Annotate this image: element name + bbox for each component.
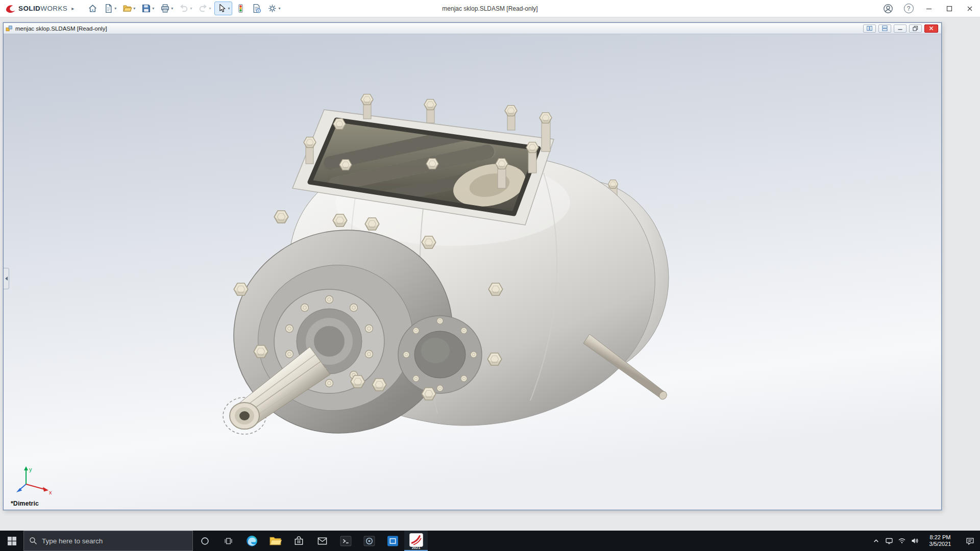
maximize-button[interactable] [939,0,960,17]
dropdown-caret-icon: ▾ [228,6,230,11]
select-button[interactable]: ▾ [214,2,232,15]
options-button[interactable]: ▾ [265,2,283,15]
dassault-systemes-logo-icon [5,4,16,14]
app-button-store[interactable] [287,531,310,551]
undo-icon [179,4,189,13]
tray-volume-button[interactable] [908,531,921,551]
toolbar-expand-arrow[interactable]: ▸ [67,6,78,11]
rebuild-traffic-light-icon [236,4,246,13]
triad-x-label: x [49,489,52,495]
close-button[interactable] [960,0,980,17]
new-document-icon [104,4,113,13]
dropdown-caret-icon: ▾ [190,6,192,11]
app-button-dark-1[interactable] [334,531,357,551]
cortana-button[interactable] [193,531,216,551]
account-button[interactable] [878,0,898,17]
solidworks-app-icon: 2021 [409,533,423,549]
wifi-icon [898,537,906,545]
search-icon [29,537,37,545]
file-explorer-icon [269,535,282,547]
speaker-icon [911,537,919,545]
notification-icon [966,537,974,545]
restore-icon [913,26,918,31]
solidworks-application: SOLIDWORKS ▸ ▾ ▾ ▾ ▾ [0,0,980,551]
save-button[interactable]: ▾ [139,2,157,15]
triad-y-label: y [29,466,32,472]
solidworks-logo: SOLIDWORKS [5,4,67,14]
terminal-app-icon [339,535,352,547]
chevron-up-icon [873,538,879,544]
document-window-controls [863,24,939,33]
redo-button[interactable]: ▾ [195,2,213,15]
file-properties-icon [252,4,261,13]
app-button-dark-2[interactable] [357,531,381,551]
task-view-icon [224,537,233,545]
dropdown-caret-icon: ▾ [209,6,211,11]
document-title: menjac sklop.SLDASM [Read-only] [442,0,537,17]
close-icon [967,6,973,12]
open-button[interactable]: ▾ [120,2,138,15]
orientation-triad: y x [13,465,56,496]
blue-app-icon [386,535,399,547]
close-icon [928,26,934,31]
clock-time: 8:22 PM [930,534,951,541]
document-window-titlebar[interactable]: menjac sklop.SLDASM [Read-only] [4,23,941,34]
tile-vertical-button[interactable] [863,24,876,33]
tray-chevron-button[interactable] [870,531,883,551]
dropdown-caret-icon: ▾ [278,6,280,11]
expand-arrow-icon: ▸ [71,6,74,11]
app-button-file-explorer[interactable] [263,531,287,551]
dropdown-caret-icon: ▾ [152,6,154,11]
app-button-blue[interactable] [381,531,404,551]
tray-display-button[interactable] [883,531,895,551]
app-button-mail[interactable] [310,531,334,551]
task-view-button[interactable] [216,531,240,551]
edge-icon [246,535,258,547]
home-button[interactable] [85,2,100,15]
document-close-button[interactable] [924,24,938,33]
app-button-edge[interactable] [240,531,263,551]
brand-name: SOLIDWORKS [18,5,67,12]
gearbox-3d-model[interactable] [4,34,941,510]
file-properties-button[interactable] [249,2,264,15]
document-window: menjac sklop.SLDASM [Read-only] [3,22,942,510]
dropdown-caret-icon: ▾ [133,6,135,11]
rebuild-button[interactable] [233,2,248,15]
help-button[interactable]: ? [898,0,919,17]
display-icon [885,537,893,545]
dropdown-caret-icon: ▾ [114,6,116,11]
tile-horizontal-button[interactable] [878,24,891,33]
undo-button[interactable]: ▾ [177,2,194,15]
tile-vertical-icon [867,26,872,31]
taskbar-clock[interactable]: 8:22 PM 3/5/2021 [921,531,960,551]
view-orientation-label: *Dimetric [11,500,39,507]
bearing-cover[interactable] [398,316,482,393]
window-controls: ? [878,0,980,17]
clock-date: 3/5/2021 [929,541,951,547]
document-window-title: menjac sklop.SLDASM [Read-only] [15,26,107,32]
new-document-button[interactable]: ▾ [101,2,119,15]
document-restore-button[interactable] [909,24,922,33]
open-folder-icon [122,4,132,13]
search-input[interactable] [42,537,187,545]
document-minimize-button[interactable] [894,24,906,33]
store-icon [293,535,305,547]
photos-app-icon [363,535,376,547]
home-icon [88,4,97,13]
minimize-icon [926,6,932,12]
minimize-icon [897,26,903,31]
solidworks-version-badge: 2021 [409,545,423,550]
graphics-viewport[interactable]: y x *Dimetric [4,34,941,510]
print-icon [160,4,170,13]
minimize-button[interactable] [919,0,939,17]
start-button[interactable] [0,531,23,551]
taskbar-search[interactable] [23,531,193,551]
windows-taskbar: 2021 8:22 PM 3/5/2021 [0,531,980,551]
redo-icon [198,4,208,13]
system-tray: 8:22 PM 3/5/2021 [870,531,980,551]
action-center-button[interactable] [960,531,980,551]
panel-collapse-handle[interactable] [4,268,9,289]
app-button-solidworks[interactable]: 2021 [404,531,428,551]
tray-network-button[interactable] [895,531,908,551]
print-button[interactable]: ▾ [158,2,176,15]
